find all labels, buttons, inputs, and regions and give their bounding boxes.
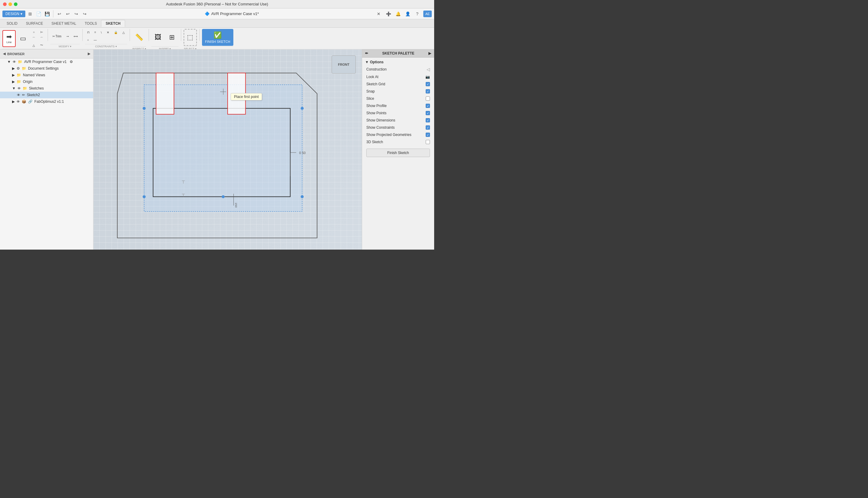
show-points-checkbox[interactable]: ✓	[426, 111, 430, 115]
insert-icon: 🖼	[155, 34, 161, 41]
sketch-grid-checkbox[interactable]: ✓	[426, 82, 430, 86]
file-icon[interactable]: 📄	[35, 10, 42, 17]
sidebar-item-doc-settings[interactable]: ▶ ⚙ 📁 Document Settings	[0, 65, 93, 72]
del-icon: ✕	[107, 31, 109, 34]
sidebar-item-faboptimus[interactable]: ▶ 👁 📦 🔗 FabOptimus2 v1:1	[0, 98, 93, 105]
show-projected-checkbox[interactable]: ✓	[426, 133, 430, 137]
grid-icon[interactable]: ⊞	[27, 10, 34, 17]
tool-trim[interactable]: ✂ Trim	[50, 33, 64, 39]
finish-sketch-palette-button[interactable]: Finish Sketch	[366, 149, 430, 157]
title-icon: 🔷	[205, 11, 210, 16]
sep-1	[48, 29, 48, 41]
canvas-area[interactable]: 0 50 150 ⊤ ⊤ Place first point FRONT	[93, 50, 362, 250]
sketch2-visibility-icon[interactable]: 👁	[17, 93, 20, 97]
palette-row-slice: Slice	[362, 95, 434, 102]
sidebar-item-sketch2[interactable]: 👁 ✏ Sketch2	[0, 92, 93, 98]
look-at-icon[interactable]: 📷	[425, 75, 430, 79]
account-icon[interactable]: 👤	[404, 10, 411, 17]
show-points-label: Show Points	[366, 111, 426, 115]
constraint-fix[interactable]: ⊓	[85, 29, 92, 36]
fab-component-icon: 📦	[22, 100, 26, 104]
sketches-folder-icon: 📁	[23, 86, 27, 90]
tab-sheet-metal[interactable]: SHEET METAL	[47, 20, 80, 27]
design-label: DESIGN	[5, 12, 19, 16]
tab-solid[interactable]: SOLID	[2, 20, 22, 27]
add-window-icon[interactable]: ➕	[385, 10, 392, 17]
root-settings-icon[interactable]: ⚙	[70, 60, 73, 64]
undo-icon[interactable]: ↩	[56, 10, 63, 17]
help-icon[interactable]: ?	[413, 10, 421, 17]
redo-icon[interactable]: ↪	[73, 10, 80, 17]
constraint-lock[interactable]: 🔒	[112, 29, 120, 36]
sketches-label: Sketches	[29, 86, 44, 90]
constraint-hor[interactable]: —	[92, 37, 99, 43]
tool-rectangle[interactable]: ▭	[16, 30, 29, 47]
constraint-del[interactable]: ✕	[105, 29, 111, 36]
close-window-icon[interactable]: ✕	[375, 10, 382, 17]
redo-arrow[interactable]: ↪	[81, 10, 88, 17]
tool-insert[interactable]: 🖼	[152, 29, 165, 46]
notifications-icon[interactable]: 🔔	[394, 10, 402, 17]
sidebar-item-origin[interactable]: ▶ 📁 Origin	[0, 78, 93, 85]
browser-label: BROWSER	[7, 52, 24, 56]
palette-row-show-projected: Show Projected Geometries ✓	[362, 131, 434, 139]
toolbar-separator-1	[53, 10, 53, 17]
undo-arrow[interactable]: ↩	[64, 10, 71, 17]
tool-mirror[interactable]: ⟺	[71, 33, 80, 39]
sidebar: ◀ BROWSER ▶ ▼ 👁 📁 AVR Programmer Case v1…	[0, 50, 93, 250]
constraint-sym[interactable]: ⧵	[98, 29, 104, 36]
save-icon[interactable]: 💾	[43, 10, 51, 17]
tab-surface[interactable]: SURFACE	[22, 20, 47, 27]
palette-row-show-profile: Show Profile ✓	[362, 102, 434, 109]
tool-polygon[interactable]: △	[30, 42, 37, 48]
root-visibility-icon[interactable]: 👁	[13, 60, 16, 64]
show-profile-checkbox[interactable]: ✓	[426, 104, 430, 108]
tool-spline[interactable]: 〜	[38, 42, 45, 48]
tool-extend[interactable]: ⊸	[64, 33, 71, 39]
tab-tools[interactable]: TOOLS	[80, 20, 101, 27]
equal-icon: =	[94, 31, 96, 34]
tool-fillet[interactable]: ⌒	[38, 36, 45, 42]
tool-line[interactable]: ➡ Line	[2, 30, 16, 47]
sep-5	[181, 29, 181, 41]
slice-checkbox[interactable]	[426, 96, 430, 101]
sidebar-expand-icon[interactable]: ▶	[88, 52, 90, 56]
place-first-point-tooltip: Place first point	[231, 93, 262, 100]
constraint-equal[interactable]: =	[92, 29, 98, 36]
tool-arc[interactable]: ⌒	[30, 36, 37, 42]
view-cube[interactable]: FRONT	[332, 55, 356, 74]
design-dropdown[interactable]: DESIGN ▾	[2, 11, 25, 17]
tool-measure[interactable]: 📏	[132, 29, 146, 46]
sidebar-item-root[interactable]: ▼ 👁 📁 AVR Programmer Case v1 ⚙	[0, 58, 93, 65]
show-constraints-checkbox[interactable]: ✓	[426, 126, 430, 130]
tool-offset[interactable]: ⊢	[38, 29, 45, 35]
sidebar-item-named-views[interactable]: ▶ 📁 Named Views	[0, 72, 93, 78]
lock-icon: 🔒	[114, 31, 118, 34]
fab-visibility-icon[interactable]: 👁	[16, 100, 20, 103]
palette-row-construction: Construction ◁	[362, 65, 434, 73]
doc-settings-label: Document Settings	[28, 66, 58, 70]
3d-sketch-checkbox[interactable]	[426, 140, 430, 144]
maximize-button[interactable]	[14, 2, 17, 6]
constraint-mid[interactable]: △	[120, 29, 127, 36]
sidebar-item-sketches[interactable]: ▼ 👁 📁 Sketches	[0, 85, 93, 92]
origin-expand-icon: ▶	[12, 80, 15, 84]
insert2-icon: ⊞	[169, 34, 174, 41]
tool-insert2[interactable]: ⊞	[165, 29, 179, 46]
tool-select[interactable]: ⬚	[184, 29, 197, 46]
close-button[interactable]	[3, 2, 6, 6]
sketches-visibility-icon[interactable]: 👁	[17, 87, 21, 90]
select-icon: ⬚	[187, 34, 193, 41]
section-arrow[interactable]: ▼	[365, 60, 369, 64]
tab-sketch[interactable]: SKETCH	[101, 20, 125, 27]
tool-circle[interactable]: ○	[30, 29, 37, 35]
constraint-coin[interactable]: ○	[85, 37, 91, 43]
sym-icon: ⧵	[101, 31, 102, 34]
sidebar-collapse-icon[interactable]: ◀	[3, 52, 5, 56]
show-dimensions-checkbox[interactable]: ✓	[426, 118, 430, 122]
finish-sketch-button[interactable]: ✅ FINISH SKETCH	[202, 29, 233, 46]
minimize-button[interactable]	[9, 2, 12, 6]
origin-icon: 📁	[16, 80, 21, 84]
snap-checkbox[interactable]: ✓	[426, 89, 430, 93]
palette-collapse-icon[interactable]: ▶	[429, 51, 431, 55]
